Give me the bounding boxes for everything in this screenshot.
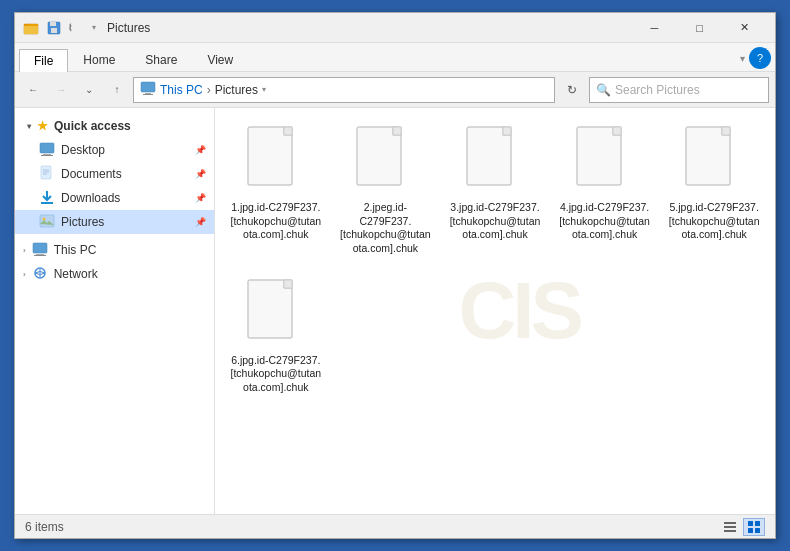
file-item[interactable]: 5.jpg.id-C279F237.[tchukopchu@tutanota.c…	[663, 118, 765, 263]
svg-rect-3	[50, 22, 56, 26]
files-grid: 1.jpg.id-C279F237.[tchukopchu@tutanota.c…	[225, 118, 765, 401]
minimize-button[interactable]: ─	[632, 13, 677, 43]
path-dropdown-arrow[interactable]: ▾	[262, 85, 266, 94]
file-name: 6.jpg.id-C279F237.[tchukopchu@tutanota.c…	[230, 354, 322, 395]
file-name: 2.jpeg.id-C279F237.[tchukopchu@tutanota.…	[340, 201, 432, 256]
documents-label: Documents	[61, 167, 122, 181]
network-icon	[32, 265, 48, 284]
sidebar-item-documents[interactable]: Documents 📌	[15, 162, 214, 186]
svg-rect-23	[248, 127, 292, 185]
file-name: 5.jpg.id-C279F237.[tchukopchu@tutanota.c…	[668, 201, 760, 242]
forward-button[interactable]: →	[49, 78, 73, 102]
main-content: ▾ ★ Quick access Desktop 📌 Documents 📌	[15, 108, 775, 514]
desktop-label: Desktop	[61, 143, 105, 157]
maximize-button[interactable]: □	[677, 13, 722, 43]
sidebar-item-downloads[interactable]: Downloads 📌	[15, 186, 214, 210]
tab-file[interactable]: File	[19, 49, 68, 72]
file-icon	[573, 125, 637, 197]
svg-rect-4	[51, 28, 57, 33]
expand-right-icon: ›	[23, 246, 26, 255]
view-controls	[719, 518, 765, 536]
path-pictures[interactable]: Pictures	[215, 83, 258, 97]
svg-rect-37	[724, 530, 736, 532]
path-separator-1: ›	[207, 83, 211, 97]
this-pc-label: This PC	[54, 243, 97, 257]
desktop-pin: 📌	[195, 145, 206, 155]
quick-access-label: Quick access	[54, 119, 131, 133]
search-box[interactable]: 🔍 Search Pictures	[589, 77, 769, 103]
refresh-button[interactable]: ↻	[559, 77, 585, 103]
svg-rect-32	[722, 127, 730, 135]
sidebar: ▾ ★ Quick access Desktop 📌 Documents 📌	[15, 108, 215, 514]
search-placeholder: Search Pictures	[615, 83, 700, 97]
svg-rect-24	[284, 127, 292, 135]
svg-rect-35	[724, 522, 736, 524]
file-item[interactable]: 3.jpg.id-C279F237.[tchukopchu@tutanota.c…	[444, 118, 546, 263]
window-controls: ─ □ ✕	[632, 13, 767, 43]
file-name: 3.jpg.id-C279F237.[tchukopchu@tutanota.c…	[449, 201, 541, 242]
back-button[interactable]: ←	[21, 78, 45, 102]
list-view-button[interactable]	[719, 518, 741, 536]
recent-locations-button[interactable]: ⌄	[77, 78, 101, 102]
desktop-icon	[39, 141, 55, 160]
sidebar-item-pictures[interactable]: Pictures 📌	[15, 210, 214, 234]
svg-rect-31	[686, 127, 730, 185]
svg-rect-27	[467, 127, 511, 185]
svg-rect-29	[577, 127, 621, 185]
tab-home[interactable]: Home	[68, 48, 130, 71]
status-bar: 6 items	[15, 514, 775, 538]
expand-right-icon-2: ›	[23, 270, 26, 279]
network-label: Network	[54, 267, 98, 281]
svg-rect-33	[248, 280, 292, 338]
pictures-pin: 📌	[195, 217, 206, 227]
file-icon	[244, 125, 308, 197]
grid-view-button[interactable]	[743, 518, 765, 536]
file-icon	[244, 278, 308, 350]
svg-rect-10	[41, 155, 53, 156]
quick-access-toolbar: ▾	[45, 19, 103, 37]
item-count: 6 items	[25, 520, 64, 534]
svg-rect-41	[755, 528, 760, 533]
tab-share[interactable]: Share	[130, 48, 192, 71]
sidebar-network[interactable]: › Network	[15, 262, 214, 286]
up-button[interactable]: ↑	[105, 78, 129, 102]
file-icon	[682, 125, 746, 197]
file-item[interactable]: 1.jpg.id-C279F237.[tchukopchu@tutanota.c…	[225, 118, 327, 263]
downloads-pin: 📌	[195, 193, 206, 203]
svg-rect-36	[724, 526, 736, 528]
documents-icon	[39, 165, 55, 184]
file-item[interactable]: 6.jpg.id-C279F237.[tchukopchu@tutanota.c…	[225, 271, 327, 402]
address-path[interactable]: This PC › Pictures ▾	[133, 77, 555, 103]
ribbon-tabs: File Home Share View ▾ ?	[15, 43, 775, 71]
svg-rect-20	[34, 255, 46, 256]
svg-rect-16	[40, 215, 54, 227]
path-this-pc[interactable]: This PC	[160, 83, 203, 97]
svg-rect-40	[748, 528, 753, 533]
documents-pin: 📌	[195, 169, 206, 179]
quick-save-btn[interactable]	[45, 19, 63, 37]
star-icon: ★	[37, 119, 48, 133]
sidebar-this-pc[interactable]: › This PC	[15, 238, 214, 262]
help-button[interactable]: ?	[749, 47, 771, 69]
window-title: Pictures	[107, 21, 632, 35]
ribbon: File Home Share View ▾ ?	[15, 43, 775, 72]
title-bar: ▾ Pictures ─ □ ✕	[15, 13, 775, 43]
quick-dropdown-btn[interactable]: ▾	[85, 19, 103, 37]
expand-icon: ▾	[27, 122, 31, 131]
address-bar: ← → ⌄ ↑ This PC › Pictures ▾ ↻ 🔍 Search …	[15, 72, 775, 108]
svg-rect-38	[748, 521, 753, 526]
file-icon	[463, 125, 527, 197]
file-item[interactable]: 4.jpg.id-C279F237.[tchukopchu@tutanota.c…	[554, 118, 656, 263]
svg-rect-28	[503, 127, 511, 135]
pictures-label: Pictures	[61, 215, 104, 229]
sidebar-item-desktop[interactable]: Desktop 📌	[15, 138, 214, 162]
quick-undo-btn[interactable]	[65, 19, 83, 37]
downloads-icon	[39, 189, 55, 208]
sidebar-quick-access[interactable]: ▾ ★ Quick access	[15, 114, 214, 138]
svg-rect-25	[357, 127, 401, 185]
explorer-window: ▾ Pictures ─ □ ✕ File Home Share View ▾ …	[14, 12, 776, 539]
tab-view[interactable]: View	[192, 48, 248, 71]
svg-rect-7	[143, 94, 153, 95]
file-item[interactable]: 2.jpeg.id-C279F237.[tchukopchu@tutanota.…	[335, 118, 437, 263]
close-button[interactable]: ✕	[722, 13, 767, 43]
